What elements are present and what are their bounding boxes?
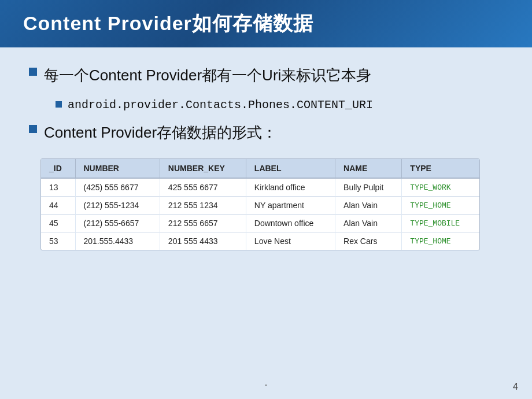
cell-label: Love Nest <box>246 232 335 250</box>
cell-label: Downtown office <box>246 215 335 232</box>
cell-type: TYPE_HOME <box>402 197 479 215</box>
bullet-text-2: Content Provider存储数据的形式： <box>44 122 277 144</box>
cell-id: 13 <box>41 178 75 197</box>
cell-type: TYPE_HOME <box>402 232 479 250</box>
cell-name: Rex Cars <box>335 232 402 250</box>
col-header-label: LABEL <box>246 159 335 178</box>
cell-number: 201.555.4433 <box>75 232 160 250</box>
cell-name: Alan Vain <box>335 197 402 215</box>
table-body: 13(425) 555 6677425 555 6677Kirkland off… <box>41 178 479 250</box>
table-row: 53201.555.4433201 555 4433Love NestRex C… <box>41 232 479 250</box>
cell-number: (425) 555 6677 <box>75 178 160 197</box>
slide-header: Content Provider如何存储数据 <box>0 0 532 47</box>
col-header-number-key: NUMBER_KEY <box>160 159 246 178</box>
cell-name: Bully Pulpit <box>335 178 402 197</box>
slide-content: 每一个Content Provider都有一个Uri来标识它本身 android… <box>0 47 532 399</box>
table-row: 13(425) 555 6677425 555 6677Kirkland off… <box>41 178 479 197</box>
cell-type: TYPE_MOBILE <box>402 215 479 232</box>
col-header-name: NAME <box>335 159 402 178</box>
sub-bullet-text-1: android.provider.Contacts.Phones.CONTENT… <box>68 98 373 112</box>
cell-id: 53 <box>41 232 75 250</box>
cell-number: (212) 555-6657 <box>75 215 160 232</box>
cell-number-key: 212 555 6657 <box>160 215 246 232</box>
bullet-item-1: 每一个Content Provider都有一个Uri来标识它本身 <box>29 65 503 87</box>
cell-number-key: 212 555 1234 <box>160 197 246 215</box>
cell-number-key: 425 555 6677 <box>160 178 246 197</box>
cell-number-key: 201 555 4433 <box>160 232 246 250</box>
sub-bullet-square-1 <box>56 101 62 108</box>
data-table: _ID NUMBER NUMBER_KEY LABEL NAME TYPE 13… <box>41 159 479 250</box>
slide-title: Content Provider如何存储数据 <box>23 10 313 37</box>
cell-id: 45 <box>41 215 75 232</box>
bullet-item-2: Content Provider存储数据的形式： <box>29 122 503 144</box>
dot-indicator: · <box>264 379 267 391</box>
bullet-text-1: 每一个Content Provider都有一个Uri来标识它本身 <box>44 65 371 87</box>
table-header: _ID NUMBER NUMBER_KEY LABEL NAME TYPE <box>41 159 479 178</box>
cell-label: Kirkland office <box>246 178 335 197</box>
slide: Content Provider如何存储数据 每一个Content Provid… <box>0 0 532 399</box>
col-header-number: NUMBER <box>75 159 160 178</box>
bullet-square-1 <box>29 68 37 76</box>
table-header-row: _ID NUMBER NUMBER_KEY LABEL NAME TYPE <box>41 159 479 178</box>
cell-name: Alan Vain <box>335 215 402 232</box>
table-row: 44(212) 555-1234212 555 1234NY apartment… <box>41 197 479 215</box>
cell-label: NY apartment <box>246 197 335 215</box>
sub-bullet-item-1: android.provider.Contacts.Phones.CONTENT… <box>56 98 503 112</box>
bullet-square-2 <box>29 125 37 133</box>
page-number: 4 <box>513 382 518 392</box>
data-table-container: _ID NUMBER NUMBER_KEY LABEL NAME TYPE 13… <box>40 158 480 250</box>
col-header-id: _ID <box>41 159 75 178</box>
table-row: 45(212) 555-6657212 555 6657Downtown off… <box>41 215 479 232</box>
col-header-type: TYPE <box>402 159 479 178</box>
cell-number: (212) 555-1234 <box>75 197 160 215</box>
cell-type: TYPE_WORK <box>402 178 479 197</box>
cell-id: 44 <box>41 197 75 215</box>
